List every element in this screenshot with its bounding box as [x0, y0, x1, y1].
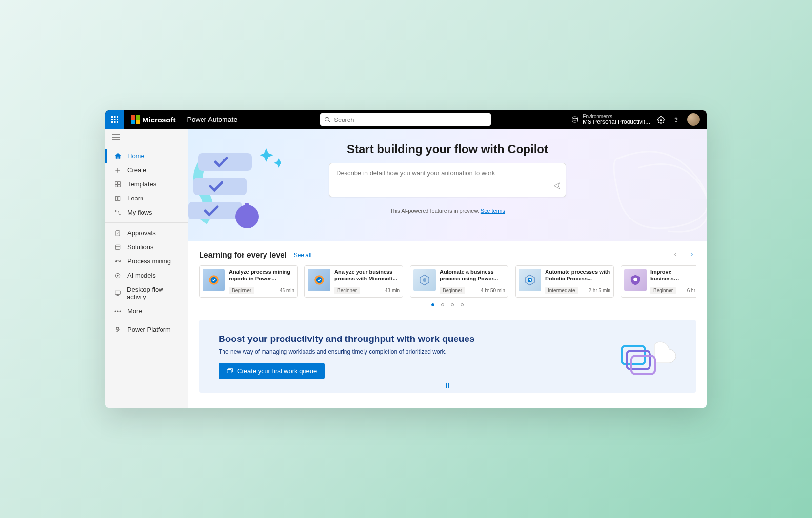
power-platform-icon [114, 326, 122, 333]
svg-rect-40 [193, 178, 247, 195]
carousel-dot[interactable] [441, 303, 444, 306]
svg-rect-22 [118, 184, 121, 187]
card-thumb [413, 269, 436, 291]
search-input[interactable] [334, 116, 487, 123]
card-title: Analyze your business process with Micro… [334, 269, 400, 282]
card-thumb [519, 269, 541, 291]
promo-subtitle: The new way of managing workloads and en… [219, 348, 475, 355]
card-title: Analyze process mining reports in Power … [229, 269, 294, 282]
svg-point-37 [117, 310, 119, 312]
svg-rect-6 [111, 121, 113, 123]
svg-rect-20 [118, 181, 121, 184]
settings-button[interactable] [657, 116, 665, 124]
learning-card[interactable]: Improve business performance with AI... … [621, 265, 696, 298]
svg-point-42 [235, 205, 259, 228]
svg-line-10 [329, 121, 330, 122]
hero-title: Start building your flow with Copilot [347, 142, 548, 156]
nav-my-flows[interactable]: My flows [105, 205, 188, 219]
learning-cards-row: Analyze process mining reports in Power … [199, 265, 696, 298]
pause-button[interactable] [445, 383, 450, 390]
svg-rect-43 [245, 203, 249, 208]
preview-note: This AI-powered feature is in preview. S… [390, 208, 505, 214]
more-icon [114, 310, 122, 312]
app-launcher-button[interactable] [105, 110, 124, 129]
nav-process-mining[interactable]: Process mining [105, 254, 188, 268]
svg-rect-5 [117, 119, 118, 120]
desktop-icon [114, 290, 121, 297]
carousel-dot[interactable] [451, 303, 454, 306]
carousel-prev[interactable] [671, 250, 679, 260]
plus-icon [114, 167, 122, 174]
see-terms-link[interactable]: See terms [481, 208, 505, 214]
svg-rect-33 [115, 291, 120, 294]
nav-solutions[interactable]: Solutions [105, 240, 188, 254]
svg-point-11 [572, 117, 578, 119]
nav-label: Learn [127, 195, 143, 202]
carousel-dot[interactable] [431, 303, 434, 306]
templates-icon [114, 181, 122, 188]
user-avatar[interactable] [687, 113, 700, 126]
send-button[interactable] [553, 182, 561, 192]
microsoft-logo: Microsoft [131, 115, 176, 124]
carousel-next[interactable] [688, 250, 696, 260]
nav-create[interactable]: Create [105, 163, 188, 177]
hero-illustration-left [188, 139, 281, 236]
see-all-link[interactable]: See all [294, 252, 312, 259]
nav-learn[interactable]: Learn [105, 191, 188, 205]
svg-rect-26 [115, 245, 120, 249]
create-work-queue-button[interactable]: Create your first work queue [219, 363, 325, 379]
nav-more[interactable]: More [105, 304, 188, 318]
solutions-icon [114, 244, 122, 251]
copilot-textarea[interactable] [336, 169, 546, 191]
learning-card[interactable]: Analyze process mining reports in Power … [199, 265, 298, 298]
help-icon [672, 116, 680, 124]
sidebar-toggle[interactable] [105, 129, 188, 147]
card-thumb [203, 269, 225, 291]
chevron-right-icon [689, 252, 695, 258]
svg-point-45 [211, 277, 217, 283]
help-button[interactable] [672, 116, 680, 124]
learning-card[interactable]: Automate processes with Robotic Process.… [515, 265, 614, 298]
sidebar: Home Create Templates Learn My flows [105, 129, 188, 408]
search-box[interactable] [320, 113, 491, 126]
svg-rect-8 [117, 121, 118, 123]
nav-label: Templates [127, 180, 156, 188]
nav-templates[interactable]: Templates [105, 177, 188, 191]
svg-rect-53 [227, 369, 231, 373]
environment-picker[interactable]: Environments MS Personal Productivit... [571, 114, 650, 125]
card-thumb [624, 269, 647, 291]
approvals-icon [114, 230, 122, 237]
card-duration: 6 hr [687, 288, 695, 293]
nav-label: Power Platform [127, 326, 171, 333]
promo-banner: Boost your productivity and throughput w… [199, 320, 696, 393]
product-name: Power Automate [187, 116, 238, 123]
nav-label: More [127, 307, 142, 315]
nav-approvals[interactable]: Approvals [105, 226, 188, 240]
svg-rect-57 [446, 383, 447, 388]
level-badge: Beginner [440, 287, 465, 294]
nav-ai-models[interactable]: AI models [105, 268, 188, 282]
topbar: Microsoft Power Automate Environments MS… [105, 110, 707, 129]
svg-point-36 [115, 310, 116, 312]
card-title: Automate processes with Robotic Process.… [545, 269, 610, 282]
svg-point-12 [660, 119, 662, 120]
learning-card[interactable]: Automate a business process using Power.… [410, 265, 508, 298]
nav-desktop-activity[interactable]: Desktop flow activity [105, 282, 188, 304]
queue-icon [226, 368, 233, 375]
card-duration: 2 hr 5 min [589, 288, 610, 293]
svg-rect-1 [114, 116, 116, 118]
svg-rect-0 [111, 116, 113, 118]
level-badge: Intermediate [545, 287, 578, 294]
nav-label: Create [127, 166, 146, 174]
nav-power-platform[interactable]: Power Platform [105, 322, 188, 337]
book-icon [114, 195, 122, 202]
card-duration: 4 hr 50 min [481, 288, 505, 293]
svg-rect-3 [111, 119, 113, 120]
svg-point-32 [117, 275, 118, 276]
learning-card[interactable]: Analyze your business process with Micro… [304, 265, 403, 298]
carousel-dot[interactable] [461, 303, 464, 306]
nav-label: AI models [127, 272, 156, 279]
learning-title: Learning for every level [199, 251, 287, 259]
nav-home[interactable]: Home [105, 149, 188, 163]
pause-icon [445, 383, 450, 388]
